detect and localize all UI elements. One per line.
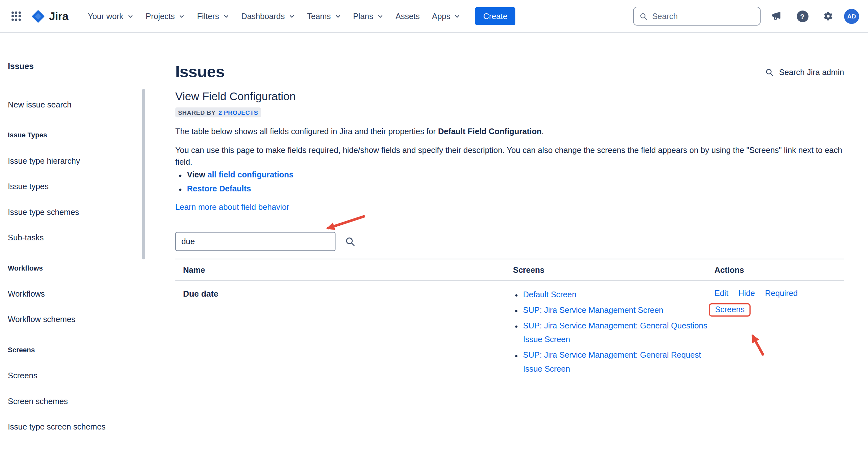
- learn-more-link[interactable]: Learn more about field behavior: [175, 203, 289, 211]
- sidebar-item-sub-tasks[interactable]: Sub-tasks: [8, 225, 138, 250]
- sidebar-heading-screens: Screens: [8, 337, 138, 363]
- shared-projects-link[interactable]: 2 PROJECTS: [218, 109, 258, 116]
- sidebar-item-issue-type-hierarchy[interactable]: Issue type hierarchy: [8, 148, 138, 174]
- chevron-down-icon: [223, 13, 229, 19]
- nav-label: Teams: [307, 12, 331, 21]
- sidebar-scrollbar-thumb[interactable]: [142, 89, 145, 260]
- top-navigation: Jira Your work Projects Filters Dashboar…: [0, 0, 868, 33]
- nav-filters[interactable]: Filters: [191, 7, 235, 26]
- sidebar-item-screen-schemes[interactable]: Screen schemes: [8, 389, 138, 414]
- chevron-down-icon: [335, 13, 341, 19]
- hide-action-link[interactable]: Hide: [738, 288, 755, 300]
- feedback-button[interactable]: [767, 7, 786, 26]
- settings-button[interactable]: [818, 7, 837, 26]
- search-jira-admin-label: Search Jira admin: [779, 68, 844, 77]
- global-search-input[interactable]: [652, 12, 754, 21]
- chevron-down-icon: [127, 13, 133, 19]
- field-filter-search-button[interactable]: [345, 236, 355, 247]
- sidebar-item-new-issue-search[interactable]: New issue search: [8, 92, 138, 118]
- screens-action-link[interactable]: Screens: [715, 305, 745, 314]
- intro-text: The table below shows all fields configu…: [175, 127, 438, 136]
- sidebar-heading-issue-types: Issue Types: [8, 122, 138, 148]
- admin-sidebar: Issues New issue search Issue Types Issu…: [0, 33, 151, 454]
- nav-your-work[interactable]: Your work: [82, 7, 140, 26]
- screens-cell: Default Screen SUP: Jira Service Managem…: [513, 288, 715, 378]
- nav-label: Dashboards: [241, 12, 285, 21]
- field-filter-input[interactable]: [175, 232, 335, 251]
- options-list: View all field configurations Restore De…: [175, 168, 844, 196]
- section-title: View Field Configuration: [175, 90, 844, 103]
- screen-list-item: Default Screen: [523, 288, 714, 302]
- field-configuration-table: Name Screens Actions Due date Default Sc…: [175, 259, 844, 387]
- search-icon: [765, 68, 774, 77]
- list-item-restore: Restore Defaults: [187, 182, 844, 196]
- shared-by-badge: SHARED BY 2 PROJECTS: [175, 108, 261, 118]
- search-icon: [640, 11, 648, 21]
- sidebar-item-issue-type-screen-schemes[interactable]: Issue type screen schemes: [8, 414, 138, 440]
- page-title: Issues: [175, 63, 224, 81]
- jira-admin-page: Jira Your work Projects Filters Dashboar…: [0, 0, 868, 454]
- create-button[interactable]: Create: [475, 7, 515, 25]
- nav-dashboards[interactable]: Dashboards: [235, 7, 301, 26]
- sidebar-item-workflows[interactable]: Workflows: [8, 281, 138, 307]
- help-button[interactable]: ?: [793, 7, 812, 26]
- sidebar-heading-workflows: Workflows: [8, 255, 138, 281]
- table-header-row: Name Screens Actions: [175, 259, 844, 281]
- required-action-link[interactable]: Required: [765, 288, 798, 300]
- intro-paragraph: The table below shows all fields configu…: [175, 126, 844, 138]
- jira-logo-icon: [31, 9, 45, 23]
- primary-navigation: Your work Projects Filters Dashboards Te…: [82, 7, 466, 26]
- screen-link-sup-jsm-screen[interactable]: SUP: Jira Service Management Screen: [523, 305, 663, 314]
- global-search-box: [633, 7, 761, 26]
- screen-link-sup-jsm-general-request[interactable]: SUP: Jira Service Management: General Re…: [523, 351, 701, 373]
- nav-label: Filters: [197, 12, 219, 21]
- help-glyph: ?: [800, 12, 805, 20]
- user-avatar[interactable]: AD: [844, 8, 859, 24]
- nav-label: Projects: [146, 12, 175, 21]
- column-header-actions: Actions: [714, 266, 844, 274]
- search-jira-admin-link[interactable]: Search Jira admin: [765, 68, 844, 77]
- app-switcher-button[interactable]: [7, 7, 26, 26]
- jira-logo[interactable]: Jira: [31, 9, 68, 23]
- app-switcher-icon: [10, 10, 23, 23]
- sidebar-heading-fields: Fields: [8, 445, 138, 454]
- nav-teams[interactable]: Teams: [301, 7, 347, 26]
- sidebar-item-workflow-schemes[interactable]: Workflow schemes: [8, 306, 138, 332]
- nav-label: Apps: [432, 12, 451, 21]
- chevron-down-icon: [289, 13, 295, 19]
- nav-plans[interactable]: Plans: [347, 7, 389, 26]
- nav-label: Plans: [353, 12, 373, 21]
- nav-assets[interactable]: Assets: [390, 7, 426, 26]
- search-icon: [345, 236, 355, 247]
- sidebar-title: Issues: [8, 59, 138, 74]
- field-filter-row: [175, 232, 844, 251]
- sidebar-item-issue-type-schemes[interactable]: Issue type schemes: [8, 199, 138, 225]
- nav-label: Assets: [396, 12, 420, 21]
- screen-list-item: SUP: Jira Service Management Screen: [523, 303, 714, 317]
- default-field-configuration-name: Default Field Configuration: [438, 127, 542, 136]
- sidebar-item-screens[interactable]: Screens: [8, 363, 138, 389]
- nav-label: Your work: [88, 12, 123, 21]
- column-header-name: Name: [175, 266, 513, 274]
- help-icon: ?: [797, 10, 808, 22]
- nav-apps[interactable]: Apps: [426, 7, 466, 26]
- restore-defaults-link[interactable]: Restore Defaults: [187, 184, 251, 193]
- shared-by-label: SHARED BY: [178, 109, 216, 116]
- actions-cell: Edit Hide Required Screens: [714, 288, 844, 378]
- all-field-configurations-link[interactable]: all field configurations: [207, 171, 293, 179]
- screen-link-default-screen[interactable]: Default Screen: [523, 290, 577, 299]
- column-header-screens: Screens: [513, 266, 715, 274]
- sidebar-item-issue-types[interactable]: Issue types: [8, 174, 138, 199]
- screen-link-sup-jsm-general-questions[interactable]: SUP: Jira Service Management: General Qu…: [523, 321, 707, 344]
- topnav-right-cluster: ? AD: [633, 7, 860, 26]
- megaphone-icon: [771, 10, 782, 22]
- screens-action-highlight-box: Screens: [709, 303, 751, 317]
- nav-projects[interactable]: Projects: [140, 7, 191, 26]
- screen-list-item: SUP: Jira Service Management: General Re…: [523, 349, 714, 376]
- field-name: Due date: [175, 288, 513, 378]
- description-paragraph: You can use this page to make fields req…: [175, 145, 844, 168]
- gear-icon: [822, 10, 834, 22]
- chevron-down-icon: [454, 13, 460, 19]
- edit-action-link[interactable]: Edit: [714, 288, 728, 300]
- table-row: Due date Default Screen SUP: Jira Servic…: [175, 281, 844, 387]
